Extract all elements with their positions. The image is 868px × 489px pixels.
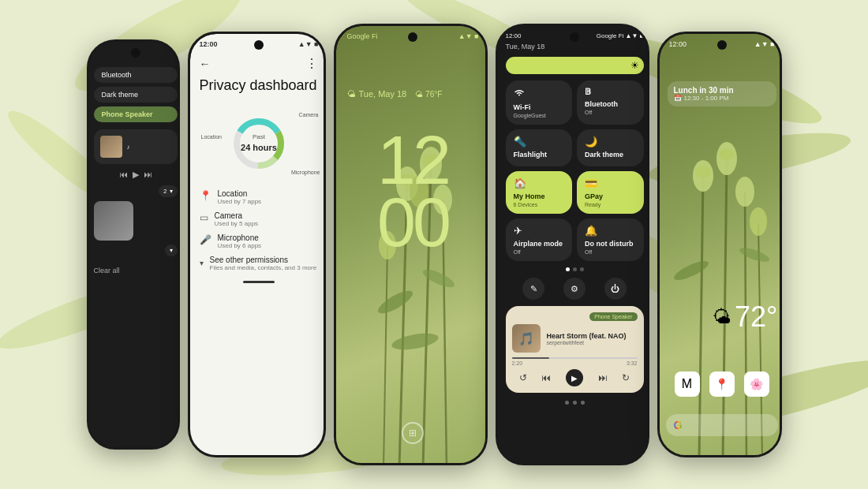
phone3-punch-hole [408, 32, 417, 42]
phone2-see-other[interactable]: ▾ See other permissions Files and media,… [190, 252, 326, 274]
phone4-dnd-name: Do not disturb [585, 240, 636, 248]
phone4-time: 12:00 [506, 32, 522, 39]
phone4-gpay-sub: Ready [585, 202, 636, 207]
phone5-gmail-icon[interactable]: M [675, 371, 700, 397]
phone4-tile-flashlight[interactable]: 🔦 Flashlight [506, 129, 573, 166]
phone4-home-name: My Home [514, 192, 565, 200]
phone4-forward-btn[interactable]: ↻ [622, 372, 630, 383]
phone4-darktheme-name: Dark theme [585, 151, 636, 159]
phone4-dnd-sub: Off [585, 249, 636, 255]
phone2-perm-location-sub: Used by 7 apps [218, 198, 319, 205]
phone5-temperature: 72° [735, 300, 777, 334]
phone3-date: 🌤 Tue, May 18 🌤 76°F [347, 89, 443, 99]
svg-point-37 [750, 207, 767, 236]
phone1-media-card: ♪ [94, 129, 178, 164]
phone4-next-btn[interactable]: ⏭ [598, 372, 608, 383]
phone4-brightness-slider[interactable]: ☀ [506, 57, 644, 74]
phone5-event-card[interactable]: Lunch in 30 min 📅 12:30 - 1:00 PM [668, 81, 776, 106]
phone4-gpay-icon: 💳 [585, 177, 636, 189]
phone4-right-status: Google Fi ▲▼ ■ [597, 32, 644, 39]
phone4-bottom-controls: ✎ ⚙ ⏻ [498, 274, 649, 303]
phone4-tiles-grid: Wi-Fi GoogleGuest 𝔹 Bluetooth Off 🔦 Flas… [498, 77, 649, 264]
phone2-perm-mic-name: Microphone [218, 233, 319, 242]
svg-line-17 [383, 247, 387, 465]
phone2-perm-camera[interactable]: ▭ Camera Used by 5 apps [200, 211, 319, 227]
phone4-bluetooth-icon: 𝔹 [585, 87, 636, 97]
phone2-perm-location[interactable]: 📍 Location Used by 7 apps [200, 189, 319, 205]
phone1-counter: 2 ▾ [159, 185, 177, 197]
phone4-punch-hole [570, 32, 579, 42]
phone2-more-button[interactable]: ⋮ [305, 56, 319, 71]
phone4-progress-bar[interactable] [512, 357, 638, 359]
phone3-bottom-icon[interactable]: ⊞ [402, 422, 424, 444]
phone4-date: Tue, May 18 [506, 43, 545, 50]
phone4-bluetooth-sub: Off [585, 110, 636, 115]
phone4-edit-button[interactable]: ✎ [522, 278, 544, 300]
phone4-settings-button[interactable]: ⚙ [563, 278, 586, 300]
phone5-search-bar[interactable]: G [666, 414, 778, 436]
phone2-location-icon: 📍 [200, 190, 211, 201]
phone4-dot-2 [573, 267, 577, 271]
svg-point-36 [735, 177, 754, 207]
svg-point-27 [390, 330, 439, 353]
phone2-mic-icon: 🎤 [200, 234, 211, 245]
phone4-tile-dnd[interactable]: 🔔 Do not disturb Off [577, 218, 644, 261]
svg-point-26 [421, 266, 457, 290]
phone5-time: 12:00 [669, 40, 687, 48]
phone4-progress-fill [512, 357, 550, 359]
phone5-maps-icon[interactable]: 📍 [709, 371, 735, 397]
phone4-dot-1 [566, 267, 570, 271]
phone2-time: 12:00 [200, 40, 218, 48]
phone1-speaker-chip: Phone Speaker [94, 106, 178, 122]
phone2-header: ← ⋮ [190, 50, 326, 74]
phone2-perm-camera-sub: Used by 5 apps [215, 220, 319, 227]
phone2-see-other-label: See other permissions [210, 256, 317, 264]
phone4-power-button[interactable]: ⏻ [604, 278, 627, 300]
phone4-music-artist: serpentwithfeet [547, 340, 627, 345]
phone4-airplane-name: Airplane mode [514, 240, 565, 248]
phone4-gpay-name: GPay [585, 192, 636, 200]
phone4-tile-airplane[interactable]: ✈ Airplane mode Off [506, 218, 573, 261]
phone4-tile-home[interactable]: 🏠 My Home 6 Devices [506, 171, 573, 214]
phone2-perm-location-name: Location [218, 189, 319, 198]
phone1-prev-btn[interactable]: ⏮ [119, 170, 128, 180]
phone4-tile-wifi[interactable]: Wi-Fi GoogleGuest [506, 80, 573, 125]
phone1-next-btn[interactable]: ⏭ [144, 170, 152, 180]
phone2-label-mic: Microphone [291, 170, 320, 175]
phone2-back-button[interactable]: ← [200, 58, 211, 70]
phone4-time-total: 3:32 [627, 360, 638, 366]
phone2-chart: Location Camera Microphone Past 24 hours [190, 104, 326, 183]
phone5-google-logo: G [674, 419, 683, 431]
phone4-replay-btn[interactable]: ↺ [519, 372, 527, 383]
phone2-label-camera: Camera [299, 112, 319, 118]
phone1-darktheme-chip: Dark theme [94, 87, 178, 103]
phone2-camera-icon: ▭ [200, 212, 208, 223]
phone4-home-dots [565, 401, 585, 405]
phone4-music-header: Phone Speaker [512, 312, 638, 321]
phone1-bluetooth-chip: Bluetooth [94, 67, 178, 83]
phone2-signal: ▲▼ ■ [298, 40, 319, 48]
phone2-chart-past-label: Past [253, 133, 265, 140]
phone5-photos-icon[interactable]: 🌸 [744, 371, 769, 397]
phone4-airplane-sub: Off [514, 249, 565, 255]
phone4-home-icon: 🏠 [514, 177, 565, 189]
phone4-darktheme-icon: 🌙 [585, 136, 636, 147]
phone4-prev-btn[interactable]: ⏮ [541, 372, 551, 383]
phone4-tile-darktheme[interactable]: 🌙 Dark theme [577, 129, 644, 166]
phone4-brightness-icon: ☀ [630, 60, 639, 71]
phone1-clear-all[interactable]: Clear all [94, 267, 178, 274]
phone4-music-card: Phone Speaker 🎵 Heart Storm (feat. NAO) … [506, 306, 644, 393]
phone4-tile-bluetooth[interactable]: 𝔹 Bluetooth Off [577, 80, 644, 125]
phone1-punch-hole [131, 48, 140, 58]
phone1-play-btn[interactable]: ▶ [133, 170, 139, 180]
phone2-chevron-icon: ▾ [200, 259, 204, 267]
phone4-time-row: 2:20 3:32 [512, 360, 638, 366]
phone-3: Google Fi ▲▼ ■ 🌤 Tue, May 18 🌤 76°F 12 0… [334, 24, 488, 465]
phone4-play-btn[interactable]: ▶ [566, 369, 583, 386]
phone4-music-title: Heart Storm (feat. NAO) [547, 332, 627, 340]
phone4-tile-gpay[interactable]: 💳 GPay Ready [577, 171, 644, 214]
phone1-album-art [100, 136, 122, 158]
phone2-perm-mic[interactable]: 🎤 Microphone Used by 6 apps [200, 233, 319, 249]
phone2-perm-mic-sub: Used by 6 apps [218, 242, 319, 249]
phone4-date-row: Tue, May 18 [498, 43, 649, 54]
